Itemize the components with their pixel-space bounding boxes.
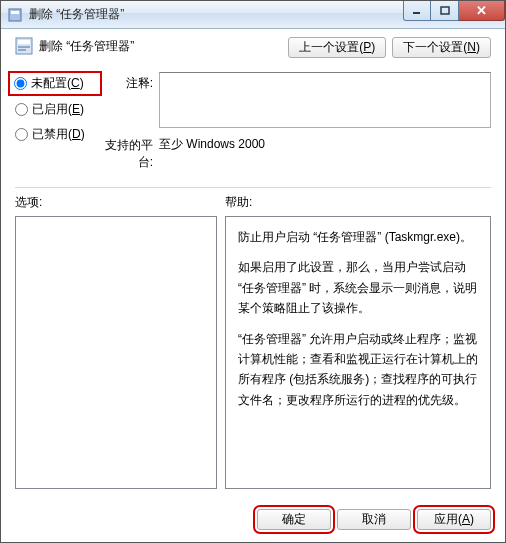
minimize-button[interactable] (403, 1, 431, 21)
cancel-button[interactable]: 取消 (337, 509, 411, 530)
comment-label: 注释: (99, 72, 159, 128)
help-paragraph: 如果启用了此设置，那么，当用户尝试启动 “任务管理器” 时，系统会显示一则消息，… (238, 257, 478, 318)
next-setting-button[interactable]: 下一个设置(N) (392, 37, 491, 58)
close-button[interactable]: ✕ (459, 1, 505, 21)
radio-not-configured[interactable]: 未配置(C) (11, 74, 99, 93)
apply-button[interactable]: 应用(A) (417, 509, 491, 530)
radio-enabled-input[interactable] (15, 103, 28, 116)
content-area: 删除 “任务管理器” 上一个设置(P) 下一个设置(N) 未配置(C) 已启用(… (1, 29, 505, 499)
options-label: 选项: (15, 194, 225, 212)
comment-input[interactable] (159, 72, 491, 128)
help-paragraph: “任务管理器” 允许用户启动或终止程序；监视计算机性能；查看和监视正运行在计算机… (238, 329, 478, 411)
button-bar: 确定 取消 应用(A) (1, 499, 505, 542)
radio-disabled-input[interactable] (15, 128, 28, 141)
svg-rect-5 (18, 40, 30, 44)
svg-rect-3 (441, 7, 449, 14)
platform-label: 支持的平台: (99, 134, 159, 171)
svg-rect-7 (18, 49, 26, 51)
radio-disabled[interactable]: 已禁用(D) (15, 126, 99, 143)
ok-button[interactable]: 确定 (257, 509, 331, 530)
maximize-button[interactable] (431, 1, 459, 21)
window-controls: ✕ (403, 1, 505, 21)
options-panel (15, 216, 217, 489)
app-icon (7, 7, 23, 23)
policy-title: 删除 “任务管理器” (39, 38, 134, 55)
radio-enabled[interactable]: 已启用(E) (15, 101, 99, 118)
title-bar: 删除 “任务管理器” ✕ (1, 1, 505, 29)
divider (15, 187, 491, 188)
radio-not-configured-input[interactable] (14, 77, 27, 90)
svg-rect-6 (18, 46, 30, 48)
prev-setting-button[interactable]: 上一个设置(P) (288, 37, 386, 58)
svg-rect-1 (11, 11, 19, 14)
svg-rect-0 (9, 9, 21, 21)
window-title: 删除 “任务管理器” (29, 6, 124, 23)
platform-value: 至少 Windows 2000 (159, 134, 491, 171)
help-panel[interactable]: 防止用户启动 “任务管理器” (Taskmgr.exe)。 如果启用了此设置，那… (225, 216, 491, 489)
help-label: 帮助: (225, 194, 491, 212)
policy-icon (15, 37, 33, 55)
dialog-window: 删除 “任务管理器” ✕ 删除 “任 (0, 0, 506, 543)
state-radio-group: 未配置(C) 已启用(E) 已禁用(D) (15, 72, 99, 177)
help-paragraph: 防止用户启动 “任务管理器” (Taskmgr.exe)。 (238, 227, 478, 247)
